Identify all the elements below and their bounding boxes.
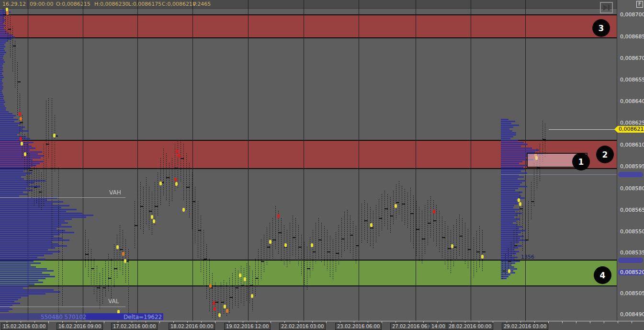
candle (108, 254, 109, 292)
vertical-gridline (248, 0, 249, 321)
candle (522, 206, 523, 251)
candle (32, 160, 32, 199)
right-volume-profile-bar (501, 234, 518, 235)
time-axis-tick (632, 321, 632, 323)
left-volume-profile-bar (0, 128, 23, 130)
right-volume-profile-bar (501, 180, 526, 182)
zone-number-marker-3[interactable]: 3 (592, 19, 610, 37)
right-volume-profile-bar (501, 184, 520, 185)
left-volume-profile-bar (0, 105, 5, 107)
zone-number-marker-2[interactable]: 2 (596, 146, 614, 163)
right-volume-profile-bar (501, 218, 520, 220)
candle (534, 163, 534, 206)
right-volume-profile-bar (501, 126, 513, 128)
candle (405, 189, 405, 225)
volume-cluster-marker (175, 182, 178, 186)
left-volume-profile-bar (0, 287, 23, 289)
vertical-gridline (137, 0, 138, 321)
candle (341, 218, 342, 258)
left-volume-profile-bar (0, 94, 3, 95)
go-to-last-bar-button[interactable] (600, 2, 613, 13)
left-volume-profile-bar (0, 295, 29, 296)
volume-cluster-marker (20, 137, 22, 141)
left-volume-profile-bar (0, 149, 30, 151)
left-volume-profile-bar (0, 167, 31, 168)
right-volume-profile-bar (501, 232, 521, 233)
volume-cluster-marker (153, 219, 155, 223)
candle (453, 225, 454, 267)
candle (52, 98, 52, 249)
left-volume-profile-bar (0, 238, 62, 239)
current-price-tag: 0,0086210 (618, 126, 644, 133)
volume-cluster-marker (269, 240, 271, 244)
right-volume-profile-bar (501, 161, 522, 162)
left-volume-profile-bar (0, 192, 23, 193)
left-volume-profile-bar (0, 303, 20, 304)
left-volume-profile-bar (0, 174, 26, 176)
price-axis-label: 0,0086550 (620, 77, 644, 83)
candle (224, 280, 224, 314)
volume-cluster-marker (19, 112, 21, 116)
left-volume-profile-bar (0, 63, 3, 65)
right-volume-profile-bar (501, 134, 516, 136)
zone-number-marker-1[interactable]: 1 (572, 153, 590, 171)
price-axis[interactable]: 0,00870000,00868500,00867000,00865500,00… (617, 0, 644, 330)
left-volume-profile-bar (0, 34, 12, 36)
candle (252, 271, 253, 311)
candle (212, 273, 213, 319)
left-volume-profile-bar (0, 46, 5, 47)
left-volume-profile-bar (0, 171, 23, 172)
candle (258, 249, 259, 287)
left-volume-profile-bar (0, 234, 60, 235)
left-volume-profile-bar (0, 109, 6, 111)
right-volume-profile-bar (501, 195, 521, 197)
candle (183, 144, 184, 201)
candle (85, 230, 86, 268)
zone-number-marker-4[interactable]: 4 (594, 266, 611, 284)
right-volume-profile-bar (501, 119, 508, 120)
play-bar-icon (608, 5, 610, 11)
volume-cluster-marker (395, 204, 397, 208)
candle (114, 244, 114, 287)
time-axis[interactable]: 15.02.2016 03:0016.02.2016 09:0017.02.20… (0, 321, 644, 330)
candle (58, 168, 59, 316)
right-volume-profile-bar (501, 245, 522, 247)
time-axis-label: 14:00 (429, 323, 447, 330)
left-volume-profile-bar (0, 293, 45, 295)
left-volume-profile-bar (0, 144, 28, 145)
right-volume-profile-bar (501, 125, 519, 126)
candle (215, 283, 215, 320)
candle (158, 172, 158, 216)
right-volume-profile-bar (501, 165, 527, 166)
volume-cluster-marker (213, 301, 215, 305)
candle (336, 232, 336, 272)
vah-label: VAH (109, 189, 121, 196)
right-volume-profile-bar (501, 142, 524, 143)
left-volume-profile-bar (0, 216, 86, 218)
right-volume-profile-bar (501, 224, 518, 226)
info-ohlc-low: L:0,0086175 (128, 1, 161, 7)
right-volume-profile-bar (501, 136, 513, 137)
zone-border (0, 285, 617, 286)
fit-button[interactable]: F (636, 1, 643, 8)
candle-open-close-tick (525, 239, 529, 240)
volume-cluster-marker (178, 154, 180, 158)
left-volume-profile-bar (0, 50, 5, 51)
left-volume-profile-bar (0, 57, 3, 59)
candle-open-close-tick (482, 251, 486, 252)
left-volume-profile-bar (0, 268, 47, 270)
right-volume-profile-bar (501, 249, 514, 250)
candle (413, 195, 414, 249)
left-volume-profile-bar (0, 98, 3, 99)
left-volume-profile-bar (0, 123, 21, 124)
candle (22, 115, 23, 158)
candle (318, 218, 319, 259)
left-volume-profile-bar (0, 165, 36, 166)
candle (34, 165, 34, 206)
left-volume-profile-bar (0, 184, 29, 185)
price-axis-label: 0,0086850 (620, 34, 644, 40)
candle (316, 223, 316, 263)
price-axis-label: 0,0085800 (620, 185, 644, 192)
right-volume-profile-bar (501, 257, 518, 258)
candle (376, 205, 376, 243)
